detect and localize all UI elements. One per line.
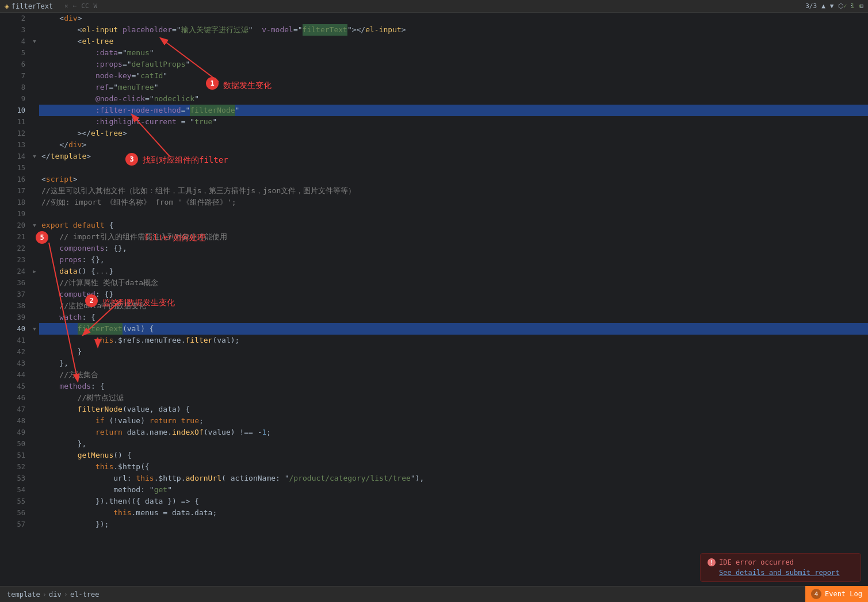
code-line-37: computed: {} — [39, 289, 868, 300]
code-line-55: }).then(({ data }) => { — [39, 496, 868, 507]
gutter-21: 21 — [0, 231, 30, 243]
code-line-51: getMenus() { — [39, 450, 868, 461]
gutter-54: 54 — [0, 484, 30, 496]
code-line-2: <div> — [39, 13, 868, 24]
nav-up-btn[interactable]: ▲ — [821, 2, 825, 10]
breadcrumb-el-tree: el-tree — [70, 591, 100, 599]
code-line-23: props: {}, — [39, 254, 868, 266]
code-line-24: data() {...} — [39, 266, 868, 277]
gutter-14: 14 — [0, 151, 30, 162]
gutter-15: 15 — [0, 162, 30, 174]
top-bar: ◈ filterText × ← CC W 3/3 ▲ ▼ ⬡ ⋮ ⊟ ✓ 1 … — [0, 0, 868, 13]
gutter-23: 23 — [0, 254, 30, 266]
gutter-19: 19 — [0, 208, 30, 220]
gutter-18: 18 — [0, 197, 30, 208]
gutter-16: 16 — [0, 174, 30, 185]
gutter-13: 13 — [0, 139, 30, 151]
file-icon: ◈ — [5, 2, 9, 10]
code-line-39: watch: { — [39, 312, 868, 323]
code-line-19 — [39, 208, 868, 220]
event-log-count: 4 — [811, 589, 821, 599]
code-line-15 — [39, 162, 868, 174]
line-number-gutter: 2 3 4 5 6 7 8 9 10 11 12 13 14 15 16 17 … — [0, 13, 30, 586]
filename: filterText — [12, 2, 53, 10]
gutter-36: 36 — [0, 277, 30, 289]
back-btn[interactable]: ← — [73, 2, 77, 10]
gutter-17: 17 — [0, 185, 30, 197]
gutter-2: 2 — [0, 13, 30, 24]
code-line-11: :highlight-current = "true" — [39, 116, 868, 128]
code-line-41: this.$refs.menuTree.filter(val); — [39, 335, 868, 346]
event-log-bar[interactable]: 4 Event Log — [805, 586, 868, 602]
breadcrumb-template: template — [7, 591, 40, 599]
code-line-56: this.menus = data.data; — [39, 507, 868, 519]
gutter-40: 40 — [0, 323, 30, 335]
code-content[interactable]: <div> <el-input placeholder="输入关键字进行过滤" … — [39, 13, 868, 586]
gutter-24: 24 — [0, 266, 30, 277]
code-line-13: </div> — [39, 139, 868, 151]
code-line-43: }, — [39, 358, 868, 369]
gutter-50: 50 — [0, 438, 30, 450]
gutter-46: 46 — [0, 392, 30, 404]
code-line-18: //例如: import 《组件名称》 from '《组件路径》'; — [39, 197, 868, 208]
error-title-row: ! IDE error occurred — [708, 558, 854, 566]
gutter-20: 20 — [0, 220, 30, 231]
nav-down-btn[interactable]: ▼ — [830, 2, 834, 10]
gutter-52: 52 — [0, 461, 30, 473]
gutter-7: 7 — [0, 70, 30, 82]
breadcrumb-sep-1: › — [43, 591, 47, 599]
gutter-6: 6 — [0, 59, 30, 70]
w-btn[interactable]: W — [94, 2, 98, 10]
error-icon: ! — [708, 558, 716, 566]
code-line-44: //方法集合 — [39, 369, 868, 381]
close-tab-btn[interactable]: × — [64, 2, 68, 10]
gutter-11: 11 — [0, 116, 30, 128]
code-line-40: filterText(val) { — [39, 323, 868, 335]
gutter-5: 5 — [0, 47, 30, 59]
error-title-text: IDE error occurred — [719, 558, 794, 566]
code-line-7: node-key="catId" — [39, 70, 868, 82]
gutter-45: 45 — [0, 381, 30, 392]
gutter-37: 37 — [0, 289, 30, 300]
code-line-57: }); — [39, 519, 868, 530]
gutter-44: 44 — [0, 369, 30, 381]
match-count: 3/3 — [805, 2, 817, 10]
error-notification: ! IDE error occurred See details and sub… — [700, 553, 861, 582]
code-line-46: //树节点过滤 — [39, 392, 868, 404]
gutter-12: 12 — [0, 128, 30, 139]
code-line-12: ></el-tree> — [39, 128, 868, 139]
gutter-10: 10 — [0, 105, 30, 116]
code-line-54: method: "get" — [39, 484, 868, 496]
code-line-17: //这里可以引入其他文件（比如：组件，工具js，第三方插件js，json文件，图… — [39, 185, 868, 197]
cc-btn[interactable]: CC — [81, 2, 89, 10]
code-line-52: this.$http({ — [39, 461, 868, 473]
gutter-8: 8 — [0, 82, 30, 93]
editor-window: ◈ filterText × ← CC W 3/3 ▲ ▼ ⬡ ⋮ ⊟ ✓ 1 … — [0, 0, 868, 602]
code-line-53: url: this.$http.adornUrl( actionName: "/… — [39, 473, 868, 484]
code-line-14: </template> — [39, 151, 868, 162]
version-badge[interactable]: ✓ 1 × — [843, 2, 862, 10]
code-line-38: //监控data中的数据变化 — [39, 300, 868, 312]
event-log-label: Event Log — [825, 590, 862, 598]
code-line-6: :props="defaultProps" — [39, 59, 868, 70]
code-line-16: <script> — [39, 174, 868, 185]
gutter-38: 38 — [0, 300, 30, 312]
code-line-22: components: {}, — [39, 243, 868, 254]
code-line-9: @node-click="nodeclick" — [39, 93, 868, 105]
gutter-9: 9 — [0, 93, 30, 105]
gutter-4: 4 — [0, 36, 30, 47]
code-line-45: methods: { — [39, 381, 868, 392]
gutter-51: 51 — [0, 450, 30, 461]
code-line-5: :data="menus" — [39, 47, 868, 59]
code-line-42: } — [39, 346, 868, 358]
gutter-48: 48 — [0, 415, 30, 427]
code-line-3: <el-input placeholder="输入关键字进行过滤" v-mode… — [39, 24, 868, 36]
editor-container: 2 3 4 5 6 7 8 9 10 11 12 13 14 15 16 17 … — [0, 13, 868, 586]
code-line-48: if (!value) return true; — [39, 415, 868, 427]
code-line-20: export default { — [39, 220, 868, 231]
code-line-50: }, — [39, 438, 868, 450]
error-link[interactable]: See details and submit report — [719, 569, 854, 577]
code-line-4: <el-tree — [39, 36, 868, 47]
gutter-3: 3 — [0, 24, 30, 36]
gutter-39: 39 — [0, 312, 30, 323]
